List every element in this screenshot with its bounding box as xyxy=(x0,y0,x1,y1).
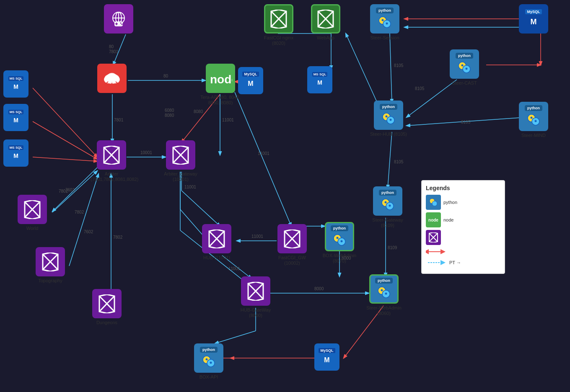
mssql3-icon: MS SQL M xyxy=(3,139,28,167)
svg-point-98 xyxy=(337,237,339,239)
nodejs-icon: node xyxy=(206,64,235,93)
svg-text:8105: 8105 xyxy=(394,63,404,68)
steer-webadmin-icon: python xyxy=(369,274,399,304)
steer-hub-node[interactable]: python Steer-HUB (8105) xyxy=(370,101,407,137)
world-icon xyxy=(18,195,47,224)
webapp-icon xyxy=(311,4,340,34)
legend-arrow-red-icon xyxy=(426,248,447,256)
hub-node[interactable]: HUB (11001) xyxy=(202,224,231,260)
fastcgi-gw-node[interactable]: FastCGI_GW (10002) xyxy=(271,224,313,266)
world-label: World xyxy=(26,226,39,231)
dungeons-node[interactable]: Dungeons xyxy=(92,289,122,325)
box-webadmin-node[interactable]: python BOX-WebAdmin (8070) xyxy=(319,222,360,264)
steer-session-node[interactable]: python Steer-Session xyxy=(370,4,399,41)
svg-point-119 xyxy=(466,68,468,70)
svg-point-127 xyxy=(432,201,437,206)
legend-arrow-blue: PT → xyxy=(426,258,500,267)
box-api-node[interactable]: python BOX-API xyxy=(194,343,223,380)
steer-mind-icon: python xyxy=(519,102,548,131)
hub-gw-icon xyxy=(241,276,270,306)
port-label-7602b: 7602 xyxy=(84,230,93,234)
steer-session-icon: python xyxy=(370,4,399,34)
svg-text:11001: 11001 xyxy=(222,118,234,122)
cloud-node[interactable] xyxy=(97,64,127,93)
svg-text:8080: 8080 xyxy=(194,109,203,114)
legend-title: Legends xyxy=(426,185,500,191)
legend-vs-icon xyxy=(426,230,441,245)
mssql2-icon: MS SQL M xyxy=(3,104,28,131)
hub-icon xyxy=(202,224,231,253)
box-webadmin-icon: python xyxy=(325,222,354,251)
svg-line-15 xyxy=(181,191,220,226)
tera-api-node[interactable]: node Tera-API (80, 8040, 8050, 8080) xyxy=(200,64,241,106)
mssql2-node[interactable]: MS SQL M xyxy=(3,104,28,131)
legend-python: python xyxy=(426,195,500,210)
port-label-8080b: 8080 xyxy=(165,113,174,118)
svg-text:11001: 11001 xyxy=(184,185,196,189)
globe-node[interactable] xyxy=(104,4,133,34)
webapp-label: WebApp xyxy=(317,35,334,41)
fastcgi-nginx-node[interactable]: FastCGI nginx (8020) xyxy=(258,4,300,46)
steer-gateway-node[interactable]: python Steer-Gateway (8109) xyxy=(367,186,409,228)
world-node[interactable]: World xyxy=(18,195,47,231)
svg-text:8105: 8105 xyxy=(394,160,404,164)
mysql-topright-icon: MySQL M xyxy=(519,4,548,34)
svg-point-103 xyxy=(385,293,387,295)
steer-cast-node[interactable]: python Steer-CAST xyxy=(450,49,479,86)
topography-icon xyxy=(36,247,65,276)
mysql-bottom-node[interactable]: MySQL M xyxy=(314,343,339,371)
arbiter-gw-icon xyxy=(166,140,195,170)
svg-text:7801: 7801 xyxy=(109,49,119,54)
steer-gateway-label: Steer-Gateway (8109) xyxy=(367,217,409,228)
webapp-node[interactable]: WebApp xyxy=(311,4,340,41)
svg-text:7802: 7802 xyxy=(75,210,84,214)
box-webadmin-label: BOX-WebAdmin (8070) xyxy=(319,253,360,264)
globe-icon xyxy=(104,4,133,34)
svg-text:80: 80 xyxy=(163,74,168,78)
box-api-icon: python xyxy=(194,343,223,373)
port-label-8080: 6080 xyxy=(165,108,174,113)
topography-node[interactable]: Topography xyxy=(36,247,65,284)
svg-text:7801: 7801 xyxy=(114,118,124,122)
steer-hub-label: Steer-HUB (8105) xyxy=(370,132,407,137)
legend-nodejs-label: node xyxy=(443,217,453,222)
steer-webadmin-node[interactable]: python Steer-WebAdmin (8060) xyxy=(363,274,405,316)
hub-gateway-node[interactable]: HUB-GateWay (8000) xyxy=(235,276,277,318)
steer-webadmin-label: Steer-WebAdmin (8060) xyxy=(363,305,405,316)
steer-gateway-icon: python xyxy=(373,186,402,216)
fastcgi-gw-icon xyxy=(277,224,307,253)
cloud-icon xyxy=(97,64,127,93)
steer-mind-node[interactable]: python Steer-MIND xyxy=(519,102,548,138)
mssql-right-node[interactable]: MS SQL M xyxy=(307,66,332,93)
steer-hub-icon: python xyxy=(374,101,403,130)
svg-point-71 xyxy=(120,23,122,24)
mssql1-node[interactable]: MS SQL M xyxy=(3,70,28,98)
steer-mind-label: Steer-MIND xyxy=(521,133,546,138)
mssql3-node[interactable]: MS SQL M xyxy=(3,139,28,167)
svg-text:11001: 11001 xyxy=(228,266,240,271)
fastcgi-nginx-icon xyxy=(264,4,293,34)
mysql-bottom-icon: MySQL M xyxy=(314,343,339,371)
mysql-center-node[interactable]: MySQL M xyxy=(238,67,263,94)
arbiter-label: Arbiter (7801,7802,8081,8082) xyxy=(91,171,132,182)
fastcgi-gw-label: FastCGI_GW (10002) xyxy=(271,255,313,266)
svg-text:7802: 7802 xyxy=(59,189,68,193)
svg-line-35 xyxy=(407,117,526,126)
arbiter-icon xyxy=(97,140,126,170)
svg-line-37 xyxy=(388,132,392,188)
legend-nodejs-icon: node xyxy=(426,212,441,227)
svg-point-111 xyxy=(390,119,392,121)
arbiter-gateway-node[interactable]: Arbiter_gateway (10001) xyxy=(160,140,202,182)
steer-session-label: Steer-Session xyxy=(370,35,399,41)
mysql-topright-node[interactable]: MySQL M xyxy=(519,4,548,34)
svg-point-114 xyxy=(382,19,384,21)
svg-point-102 xyxy=(381,289,383,291)
svg-point-82 xyxy=(118,85,120,86)
dungeons-icon xyxy=(92,289,122,318)
svg-line-33 xyxy=(407,80,457,117)
arbiter-node[interactable]: Arbiter (7801,7802,8081,8082) xyxy=(91,140,132,182)
legend-python-icon xyxy=(426,195,441,210)
svg-text:8109: 8109 xyxy=(388,245,397,250)
port-label-7602: 7602 xyxy=(65,188,75,192)
svg-text:7802: 7802 xyxy=(113,235,123,240)
